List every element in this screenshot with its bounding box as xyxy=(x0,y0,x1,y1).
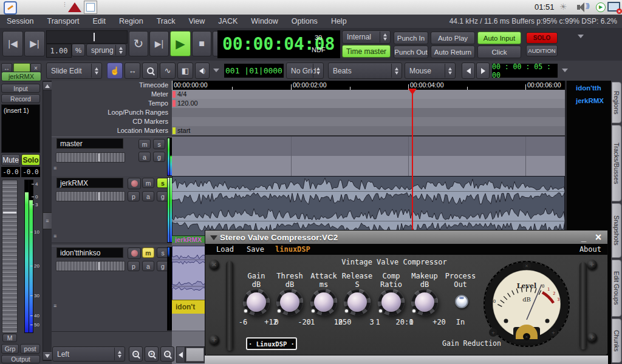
time-master-button[interactable]: Time master xyxy=(342,45,391,58)
jerkrmx-gain-slider[interactable] xyxy=(56,191,125,201)
spinner-icon[interactable] xyxy=(445,64,454,78)
zoom-focus-select[interactable]: Mouse xyxy=(405,62,456,79)
ardour-logo-icon[interactable] xyxy=(68,2,81,12)
attack-knob[interactable] xyxy=(310,289,337,315)
output-button[interactable]: Output xyxy=(1,355,40,363)
plugin-window[interactable]: Stereo Valve Compressor:VC2 _ × Load Sav… xyxy=(205,230,608,356)
jerkrmx-playlist-button[interactable]: p xyxy=(128,191,140,201)
ratio-knob[interactable] xyxy=(378,289,405,315)
play-button[interactable]: ▶ xyxy=(170,31,191,56)
edit-mode-select[interactable]: Slide Edit xyxy=(46,62,102,79)
punch-out-button[interactable]: Punch Out xyxy=(394,46,428,58)
threshold-knob[interactable] xyxy=(276,289,303,315)
notes-app-icon[interactable] xyxy=(4,1,17,15)
playhead[interactable] xyxy=(412,89,413,231)
gain-knob[interactable] xyxy=(243,289,270,315)
mono-button[interactable]: M xyxy=(2,334,17,342)
goto-end-button[interactable]: ▶| xyxy=(24,31,45,56)
stretch-tool-button[interactable]: ∿ xyxy=(160,62,176,79)
spinner-icon[interactable] xyxy=(391,64,401,78)
timecode-ruler[interactable]: 00:00:00:00 00:00:02:00 00:00:04:00 00:0… xyxy=(172,81,565,90)
master-group-button[interactable]: g xyxy=(153,152,165,162)
tools-chevron-icon[interactable] xyxy=(213,69,219,72)
start-marker-label[interactable]: start xyxy=(177,127,190,134)
solo-indicator-button[interactable]: SOLO xyxy=(526,32,558,44)
location-markers-ruler[interactable]: start xyxy=(172,126,565,135)
master-gain-slider[interactable] xyxy=(56,152,125,163)
plugin-about-button[interactable]: About xyxy=(579,245,601,254)
scroll-down-button[interactable] xyxy=(43,351,52,360)
jerkrmx-mute-button[interactable]: m xyxy=(142,178,154,188)
primary-clock[interactable]: 00:00:04:08 30 NDF xyxy=(217,30,340,58)
tab-edit-groups[interactable]: Edit Groups xyxy=(612,260,621,317)
zoom-fit-button[interactable]: ▫ xyxy=(160,346,174,362)
menu-help[interactable]: Help xyxy=(324,17,354,25)
menu-session[interactable]: Session xyxy=(0,17,40,25)
idontthinkso-playlist-button[interactable]: p xyxy=(128,261,140,271)
menu-jack[interactable]: JACK xyxy=(211,17,244,25)
region-list-item[interactable]: idon'tth xyxy=(576,84,601,92)
spinner-icon[interactable] xyxy=(115,45,125,55)
tab-chunks[interactable]: Chunks xyxy=(612,318,621,363)
bottom-zoom-focus-select[interactable]: Left xyxy=(52,346,125,362)
shuttle-mode-select[interactable]: sprung xyxy=(86,44,126,56)
nudge-back-button[interactable] xyxy=(462,62,475,79)
idontthinkso-resize-grip[interactable]: ≡ xyxy=(53,305,56,307)
start-marker-icon[interactable] xyxy=(173,127,176,134)
cd-markers-ruler[interactable] xyxy=(172,117,565,126)
process-in-out-button[interactable] xyxy=(455,295,468,308)
master-name-field[interactable]: master xyxy=(56,138,123,149)
player-tray-icon[interactable]: ▶ xyxy=(596,2,606,12)
tab-regions[interactable]: Regions xyxy=(612,82,621,123)
plugin-titlebar[interactable]: Stereo Valve Compressor:VC2 _ × xyxy=(205,231,607,244)
ruler-label-cd-markers[interactable]: CD Markers xyxy=(132,118,168,125)
transport-options-chevron-icon[interactable] xyxy=(578,35,584,38)
tempo-marker-icon[interactable] xyxy=(173,100,176,107)
menu-window[interactable]: Window xyxy=(244,17,284,25)
tempo-ruler[interactable]: 120.00 xyxy=(172,99,565,108)
auto-input-button[interactable]: Auto Input xyxy=(477,32,521,44)
meter-ruler[interactable]: 4/4 xyxy=(172,90,565,99)
spinner-icon[interactable] xyxy=(313,64,323,78)
idontthinkso-gain-slider[interactable] xyxy=(56,261,125,271)
shuttle-units-button[interactable]: % xyxy=(72,44,85,56)
nudge-clock[interactable]: 00 : 00 : 05 : 00 xyxy=(492,64,558,78)
horizontal-scroll-thumb[interactable] xyxy=(186,348,204,362)
menu-track[interactable]: Track xyxy=(150,17,182,25)
gain-display-right[interactable]: -0.0 xyxy=(21,167,40,177)
jerkrmx-name-field[interactable]: jerkRMX xyxy=(56,178,123,188)
plugin-load-button[interactable]: Load xyxy=(216,245,234,254)
grid-mode-select[interactable]: No Grid xyxy=(286,62,324,79)
plugin-save-button[interactable]: Save xyxy=(247,245,264,254)
jerkrmx-resize-grip[interactable]: ≡ xyxy=(53,235,56,237)
spinner-icon[interactable] xyxy=(380,32,389,42)
menu-transport[interactable]: Transport xyxy=(40,17,86,25)
tab-snapshots[interactable]: Snapshots xyxy=(612,203,621,258)
zoom-tool-button[interactable] xyxy=(142,62,158,79)
horizontal-scrollbar[interactable] xyxy=(185,346,206,363)
region-list-item[interactable]: jerkRMX xyxy=(576,97,604,104)
audition-tool-button[interactable]: ) xyxy=(195,62,210,79)
makeup-knob[interactable] xyxy=(411,289,438,315)
master-lane-upper[interactable] xyxy=(172,136,565,156)
strip-mute-button[interactable]: Mute xyxy=(1,154,20,166)
brightness-icon[interactable]: ☀ xyxy=(559,2,567,12)
master-resize-grip[interactable]: ≡ xyxy=(53,167,56,169)
snap-unit-select[interactable]: Beats xyxy=(328,62,402,79)
punch-in-button[interactable]: Punch In xyxy=(394,32,428,44)
spinner-icon[interactable] xyxy=(114,348,124,360)
sync-source-select[interactable]: Internal xyxy=(342,30,391,44)
master-mute-button[interactable]: m xyxy=(138,139,151,149)
tab-tracks-busses[interactable]: Tracks/Busses xyxy=(612,125,621,201)
minimize-button[interactable]: _ xyxy=(577,231,590,244)
gain-display-left[interactable]: -0.0 xyxy=(1,167,20,177)
ruler-label-tempo[interactable]: Tempo xyxy=(148,99,168,107)
metering-point-button[interactable]: post xyxy=(20,344,40,354)
meter-marker-label[interactable]: 4/4 xyxy=(177,90,186,98)
tempo-marker-label[interactable]: 120.00 xyxy=(177,99,198,107)
idontthinkso-record-enable-button[interactable] xyxy=(128,248,141,259)
menu-view[interactable]: View xyxy=(182,17,211,25)
nudge-chevron-icon[interactable] xyxy=(562,69,568,72)
spinner-icon[interactable] xyxy=(91,64,101,78)
ruler-label-loop-punch[interactable]: Loop/Punch Ranges xyxy=(108,109,168,116)
